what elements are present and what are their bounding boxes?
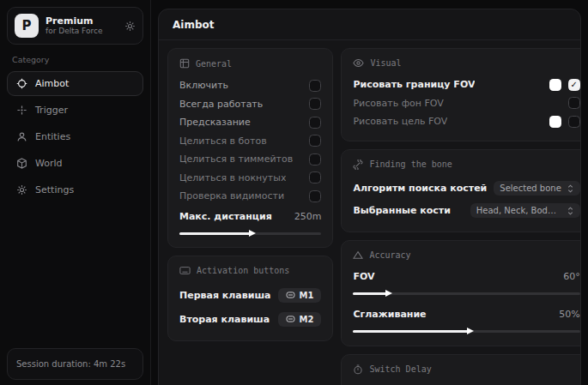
session-duration: Session duration: 4m 22s <box>7 348 143 380</box>
color-swatch[interactable] <box>549 116 561 128</box>
gear-icon[interactable] <box>124 21 136 32</box>
toggle-label: Всегда работать <box>179 99 263 110</box>
toggle-row: Целиться в тиммейтов ✓ <box>179 150 321 169</box>
triangle-icon <box>353 250 363 260</box>
fov-slider[interactable] <box>353 289 579 298</box>
panel-title: Accuracy <box>369 250 410 260</box>
world-icon <box>16 158 27 169</box>
eye-icon <box>353 58 364 68</box>
checkbox[interactable]: ✓ <box>309 171 321 183</box>
crosshair-icon <box>16 78 27 89</box>
smoothing-slider[interactable] <box>353 328 579 336</box>
slider-value: 50% <box>559 309 579 320</box>
main-panel: Aimbot General Включить ✓ <box>158 9 581 385</box>
bone-row: Алгоритм поиска костей Selected bone <box>353 177 579 200</box>
category-label: Category <box>12 55 140 64</box>
slider-thumb[interactable] <box>385 290 392 297</box>
panel-title: Switch Delay <box>369 364 431 374</box>
color-swatch[interactable] <box>549 79 561 91</box>
main-header: Aimbot <box>159 9 580 40</box>
keybind-label: Первая клавиша <box>179 290 271 301</box>
keybind-button-m2[interactable]: M2 <box>278 312 322 327</box>
sidebar-item-aimbot[interactable]: Aimbot <box>7 71 143 96</box>
panel-general: General Включить ✓ Всегда работать ✓ Пре… <box>167 48 333 248</box>
keybind-button-m1[interactable]: M1 <box>278 288 322 303</box>
unfold-icon <box>567 207 574 215</box>
panel-accuracy: Accuracy FOV 60° Сглаживание <box>341 240 581 346</box>
bone-icon <box>353 159 363 170</box>
panel-title: General <box>196 59 232 69</box>
max-distance-slider[interactable] <box>179 229 321 238</box>
sidebar-item-trigger[interactable]: Trigger <box>7 98 143 123</box>
max-distance-slider-block: Макс. дистанция 250m <box>179 208 321 238</box>
sidebar-item-label: Trigger <box>35 105 68 116</box>
bone-label: Алгоритм поиска костей <box>353 183 487 194</box>
trigger-icon <box>16 105 27 116</box>
checkbox[interactable]: ✓ <box>309 117 321 129</box>
app-subtitle: for Delta Force <box>45 27 118 36</box>
bone-algorithm-select[interactable]: Selected bone <box>494 181 579 196</box>
toggle-label: Целиться в ботов <box>179 135 267 147</box>
toggle-label: Проверка видимости <box>179 190 284 202</box>
panel-switch-delay: Switch Delay Задержка переключения ✓ Зад… <box>341 354 581 385</box>
app-logo: P <box>15 14 39 38</box>
sidebar-item-settings[interactable]: Settings <box>7 177 143 202</box>
checkbox[interactable]: ✓ <box>568 97 580 109</box>
bone-label: Выбранные кости <box>353 205 450 216</box>
toggle-label: Предсказание <box>179 117 251 128</box>
bone-row: Выбранные кости Head, Neck, Body, Pe.. <box>353 200 579 222</box>
checkbox[interactable]: ✓ <box>309 135 321 147</box>
app-name: Premium <box>45 15 118 27</box>
visual-row: Рисовать фон FOV ✓ <box>353 94 579 113</box>
keybind-label: Вторая клавиша <box>179 314 270 325</box>
checkbox[interactable]: ✓ <box>309 190 321 202</box>
slider-label: Макс. дистанция <box>179 211 272 222</box>
panel-title: Activation buttons <box>197 266 289 275</box>
keybind-key: M1 <box>300 291 314 300</box>
panel-title: Finding the bone <box>369 159 452 169</box>
panel-title: Visual <box>370 58 401 68</box>
selected-value: Head, Neck, Body, Pe.. <box>476 206 561 215</box>
toggle-row: Целиться в нокнутых ✓ <box>179 169 321 188</box>
toggle-row: Проверка видимости ✓ <box>179 187 321 206</box>
keybind-key: M2 <box>300 315 314 324</box>
sidebar-item-label: Entities <box>35 131 70 142</box>
page-title: Aimbot <box>173 19 567 31</box>
fov-slider-block: FOV 60° <box>353 268 579 298</box>
sidebar-item-label: World <box>35 158 63 169</box>
gear-icon <box>16 184 27 196</box>
checkbox[interactable]: ✓ <box>309 80 321 92</box>
slider-label: Сглаживание <box>353 309 426 320</box>
visual-label: Рисовать цель FOV <box>353 116 447 127</box>
checkbox[interactable]: ✓ <box>309 98 321 110</box>
toggle-label: Включить <box>179 80 228 91</box>
slider-thumb[interactable] <box>249 230 256 237</box>
sidebar-item-world[interactable]: World <box>7 151 143 176</box>
sidebar-item-label: Aimbot <box>35 78 69 89</box>
timer-icon <box>353 364 363 375</box>
panel-activation-buttons: Activation buttons Первая клавиша M1 <box>167 256 333 341</box>
entities-icon <box>16 131 27 142</box>
keybind-row: Первая клавиша M1 <box>179 283 321 307</box>
toggle-label: Целиться в нокнутых <box>179 172 286 183</box>
smoothing-slider-block: Сглаживание 50% <box>353 305 579 336</box>
slider-thumb[interactable] <box>467 328 474 334</box>
keyboard-icon <box>179 266 191 275</box>
sidebar-item-label: Settings <box>35 184 74 196</box>
app-logo-box: P Premium for Delta Force <box>7 7 143 45</box>
checkbox[interactable]: ✓ <box>568 79 580 91</box>
unfold-icon <box>567 184 574 193</box>
toggle-row: Всегда работать ✓ <box>179 95 321 114</box>
selected-bones-select[interactable]: Head, Neck, Body, Pe.. <box>470 203 580 218</box>
checkbox[interactable]: ✓ <box>309 153 321 165</box>
visual-row: Рисовать границу FOV ✓ <box>353 75 579 94</box>
checkbox[interactable]: ✓ <box>568 116 580 128</box>
panel-visual: Visual Рисовать границу FOV ✓ Рисовать ф… <box>341 48 581 141</box>
panel-finding-bone: Finding the bone Алгоритм поиска костей … <box>341 149 581 232</box>
check-icon: ✓ <box>571 81 578 89</box>
mouse-icon <box>286 316 295 322</box>
grid-icon <box>179 58 190 69</box>
visual-label: Рисовать границу FOV <box>353 79 475 90</box>
sidebar-item-entities[interactable]: Entities <box>7 124 143 149</box>
toggle-row: Включить ✓ <box>179 76 321 95</box>
